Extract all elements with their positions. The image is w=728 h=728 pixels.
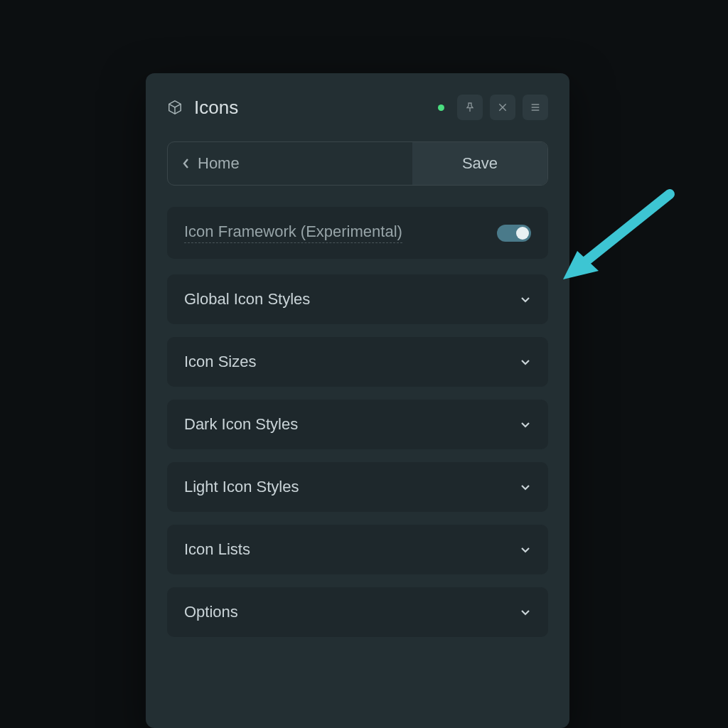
section-global-icon-styles[interactable]: Global Icon Styles bbox=[167, 274, 548, 324]
home-label: Home bbox=[198, 154, 240, 173]
toggle-label: Icon Framework (Experimental) bbox=[184, 223, 402, 243]
icon-framework-toggle-row: Icon Framework (Experimental) bbox=[167, 207, 548, 259]
save-button[interactable]: Save bbox=[412, 142, 547, 185]
icon-framework-toggle[interactable] bbox=[497, 225, 531, 242]
section-dark-icon-styles[interactable]: Dark Icon Styles bbox=[167, 400, 548, 449]
section-label: Icon Sizes bbox=[184, 353, 257, 371]
chevron-down-icon bbox=[520, 606, 531, 618]
panel-header: Icons bbox=[167, 95, 548, 120]
panel-title: Icons bbox=[194, 97, 238, 119]
chevron-down-icon bbox=[520, 294, 531, 305]
menu-icon bbox=[530, 102, 541, 113]
chevron-down-icon bbox=[520, 419, 531, 430]
section-label: Global Icon Styles bbox=[184, 290, 310, 309]
settings-panel: Icons bbox=[146, 73, 569, 728]
chevron-left-icon bbox=[182, 157, 191, 170]
chevron-down-icon bbox=[520, 356, 531, 368]
arrow-icon bbox=[563, 187, 691, 315]
section-options[interactable]: Options bbox=[167, 587, 548, 637]
section-label: Icon Lists bbox=[184, 540, 250, 559]
section-light-icon-styles[interactable]: Light Icon Styles bbox=[167, 462, 548, 512]
home-button[interactable]: Home bbox=[168, 142, 412, 185]
close-button[interactable] bbox=[490, 95, 515, 120]
pin-icon bbox=[464, 102, 476, 113]
section-icon-lists[interactable]: Icon Lists bbox=[167, 525, 548, 574]
section-label: Dark Icon Styles bbox=[184, 415, 298, 434]
save-label: Save bbox=[462, 154, 498, 173]
toggle-knob bbox=[516, 227, 529, 240]
chevron-down-icon bbox=[520, 481, 531, 493]
header-left: Icons bbox=[167, 97, 238, 119]
section-label: Options bbox=[184, 603, 238, 621]
cube-icon bbox=[167, 100, 183, 115]
header-actions bbox=[438, 95, 548, 120]
annotation-arrow bbox=[563, 187, 691, 318]
menu-button[interactable] bbox=[523, 95, 548, 120]
section-icon-sizes[interactable]: Icon Sizes bbox=[167, 337, 548, 387]
section-label: Light Icon Styles bbox=[184, 478, 299, 496]
svg-line-7 bbox=[574, 194, 670, 271]
chevron-down-icon bbox=[520, 544, 531, 555]
pin-button[interactable] bbox=[457, 95, 483, 120]
close-icon bbox=[497, 102, 508, 113]
status-dot-icon bbox=[438, 105, 444, 111]
nav-row: Home Save bbox=[167, 141, 548, 186]
